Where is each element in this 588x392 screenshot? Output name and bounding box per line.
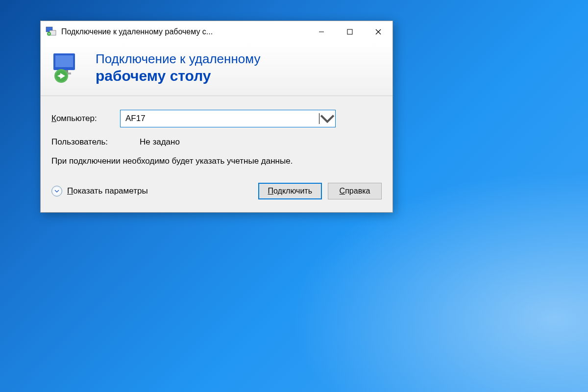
user-label: Пользователь:	[51, 137, 140, 147]
help-button[interactable]: Справка	[328, 183, 382, 199]
header-line2: рабочему столу	[96, 67, 260, 85]
header-line1: Подключение к удаленному	[96, 51, 260, 67]
dialog-header: Подключение к удаленному рабочему столу	[41, 43, 392, 96]
computer-label: Компьютер:	[51, 114, 120, 123]
svg-rect-4	[347, 29, 352, 34]
credentials-info-text: При подключении необходимо будет указать…	[51, 156, 326, 167]
rdp-app-icon	[46, 26, 56, 37]
svg-rect-8	[55, 55, 73, 67]
connect-button[interactable]: Подключить	[258, 183, 322, 199]
rdp-header-icon	[50, 51, 84, 85]
rdp-dialog: Подключение к удаленному рабочему с...	[40, 21, 393, 213]
close-button[interactable]	[364, 21, 392, 43]
chevron-down-icon[interactable]	[319, 111, 335, 126]
computer-row: Компьютер: AF17	[51, 110, 382, 127]
user-row: Пользователь: Не задано	[51, 137, 382, 147]
user-value: Не задано	[140, 137, 180, 147]
show-options-link[interactable]: Показать параметры	[51, 186, 148, 196]
window-title: Подключение к удаленному рабочему с...	[61, 27, 307, 36]
dialog-body: Компьютер: AF17 Пользователь: Не задано …	[41, 96, 392, 212]
maximize-button[interactable]	[336, 21, 364, 43]
computer-combobox[interactable]: AF17	[120, 110, 336, 127]
window-controls	[307, 21, 392, 43]
header-text-block: Подключение к удаленному рабочему столу	[96, 51, 260, 84]
chevron-down-circle-icon	[51, 186, 62, 196]
computer-input-value[interactable]: AF17	[125, 113, 319, 124]
titlebar[interactable]: Подключение к удаленному рабочему с...	[41, 21, 392, 43]
minimize-button[interactable]	[307, 21, 336, 43]
show-options-label: Показать параметры	[67, 186, 148, 196]
dialog-footer: Показать параметры Подключить Справка	[51, 183, 382, 201]
